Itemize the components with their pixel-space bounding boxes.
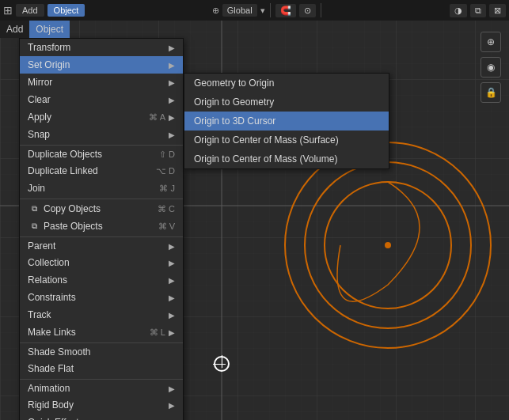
relations-arrow: ▶ (169, 276, 175, 285)
submenu-origin-to-com-volume[interactable]: Origin to Center of Mass (Volume) (184, 149, 389, 168)
viewport-orbit-gizmo[interactable]: ⊕ (481, 32, 501, 52)
clear-arrow: ▶ (169, 96, 175, 104)
xray-toggle[interactable]: ⊠ (489, 4, 506, 17)
menu-item-paste-objects[interactable]: ⧉ Paste Objects ⌘ V (20, 218, 183, 235)
menu-item-quick-effects[interactable]: Quick Effects ▶ (20, 414, 183, 420)
snap-toggle[interactable]: 🧲 (275, 4, 296, 17)
global-dropdown-arrow: ▾ (260, 6, 265, 16)
3d-cursor (214, 356, 230, 372)
top-bar-editor-icon: ⊞ (3, 4, 13, 17)
menu-item-shade-smooth[interactable]: Shade Smooth (20, 342, 183, 360)
proportional-edit[interactable]: ⊙ (299, 4, 316, 17)
mirror-arrow: ▶ (169, 78, 175, 87)
submenu-origin-to-geometry[interactable]: Origin to Geometry (184, 93, 389, 112)
svg-point-7 (385, 242, 391, 248)
constraints-arrow: ▶ (169, 293, 175, 302)
menu-item-transform[interactable]: Transform ▶ (20, 39, 183, 56)
viewport-overlays[interactable]: ⧉ (470, 4, 486, 17)
menu-item-duplicate-objects[interactable]: Duplicate Objects ⇧ D (20, 145, 183, 162)
menu-item-rigid-body[interactable]: Rigid Body ▶ (20, 396, 183, 414)
top-bar: ⊞ Add Object ⊕ Global ▾ 🧲 ⊙ ◑ ⧉ ⊠ (0, 0, 509, 21)
submenu-origin-to-com-surface[interactable]: Origin to Center of Mass (Surface) (184, 131, 389, 149)
menu-item-collection[interactable]: Collection ▶ (20, 254, 183, 271)
global-selector[interactable]: Global (222, 4, 257, 17)
menu-item-parent[interactable]: Parent ▶ (20, 236, 183, 254)
menubar-item-add[interactable]: Add (0, 21, 29, 38)
menu-item-constraints[interactable]: Constraints ▶ (20, 289, 183, 306)
menu-item-clear[interactable]: Clear ▶ (20, 91, 183, 108)
camera-perspective-toggle[interactable]: ◉ (481, 57, 501, 78)
set-origin-arrow: ▶ (169, 61, 175, 70)
menu-item-relations[interactable]: Relations ▶ (20, 271, 183, 289)
transform-arrow: ▶ (169, 44, 175, 52)
collection-arrow: ▶ (169, 259, 175, 267)
lock-camera-to-view[interactable]: 🔒 (481, 82, 501, 103)
menu-item-join[interactable]: Join ⌘ J (20, 180, 183, 197)
viewport-shading[interactable]: ◑ (450, 4, 467, 17)
top-bar-object-button[interactable]: Object (47, 4, 85, 17)
submenu-origin-to-3d-cursor[interactable]: Origin to 3D Cursor (184, 112, 389, 131)
separator-1 (270, 3, 271, 17)
rigid-body-arrow: ▶ (169, 401, 175, 410)
make-links-arrow: ▶ (169, 328, 175, 337)
menu-item-shade-flat[interactable]: Shade Flat (20, 360, 183, 377)
menu-item-mirror[interactable]: Mirror ▶ (20, 74, 183, 91)
parent-arrow: ▶ (169, 242, 175, 251)
menu-item-animation[interactable]: Animation ▶ (20, 379, 183, 396)
menu-item-track[interactable]: Track ▶ (20, 306, 183, 324)
menu-item-apply[interactable]: Apply ⌘ A ▶ (20, 108, 183, 126)
track-arrow: ▶ (169, 311, 175, 320)
menu-item-set-origin[interactable]: Set Origin ▶ (20, 56, 183, 74)
menu-item-snap[interactable]: Snap ▶ (20, 126, 183, 143)
transform-orientation-icon: ⊕ (212, 6, 219, 16)
top-bar-add-button[interactable]: Add (16, 4, 44, 17)
menu-bar: Add Object (0, 21, 70, 38)
animation-arrow: ▶ (169, 384, 175, 393)
menu-item-make-links[interactable]: Make Links ⌘ L ▶ (20, 324, 183, 341)
apply-arrow: ▶ (169, 113, 175, 122)
object-menu: Transform ▶ Set Origin ▶ Mirror ▶ Clear … (19, 38, 184, 420)
set-origin-submenu: Geometry to Origin Origin to Geometry Or… (184, 73, 389, 169)
menubar-item-object[interactable]: Object (29, 21, 70, 38)
copy-icon: ⧉ (28, 202, 40, 215)
menu-item-copy-objects[interactable]: ⧉ Copy Objects ⌘ C (20, 199, 183, 218)
submenu-geometry-to-origin[interactable]: Geometry to Origin (184, 74, 389, 93)
gizmo-area: ⊕ ◉ 🔒 (481, 32, 501, 103)
menu-item-duplicate-linked[interactable]: Duplicate Linked ⌥ D (20, 162, 183, 180)
paste-icon: ⧉ (28, 220, 40, 233)
snap-arrow: ▶ (169, 131, 175, 139)
separator-2 (321, 3, 321, 17)
